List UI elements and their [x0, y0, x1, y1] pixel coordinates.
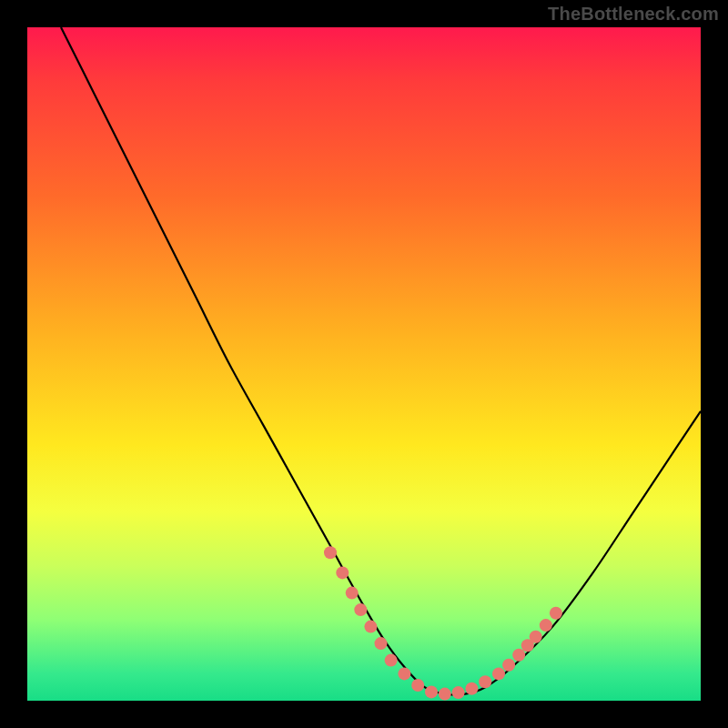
marker-dot: [530, 631, 542, 643]
marker-dot: [452, 686, 465, 699]
marker-dot: [502, 659, 515, 672]
chart-svg: [27, 27, 701, 701]
marker-dot: [465, 682, 478, 695]
marker-dot: [364, 621, 377, 633]
marker-dot: [540, 619, 552, 632]
marker-dot: [479, 675, 491, 688]
bottleneck-curve: [61, 27, 701, 695]
chart-frame: TheBottleneck.com: [0, 0, 728, 728]
marker-dot: [425, 685, 438, 698]
marker-dot: [492, 667, 505, 680]
marker-dot: [375, 637, 388, 650]
marker-dot: [512, 649, 525, 662]
marker-dot: [411, 679, 424, 692]
watermark-text: TheBottleneck.com: [548, 4, 719, 25]
marker-dot: [346, 587, 359, 600]
marker-dot: [385, 654, 398, 667]
marker-dot: [439, 688, 451, 701]
marker-dot: [398, 667, 410, 680]
marker-dot: [550, 607, 562, 620]
marker-dot: [354, 603, 367, 616]
marker-dot: [324, 546, 337, 559]
marker-dot: [336, 566, 349, 579]
marker-dots: [324, 546, 562, 700]
plot-area: [27, 27, 701, 701]
